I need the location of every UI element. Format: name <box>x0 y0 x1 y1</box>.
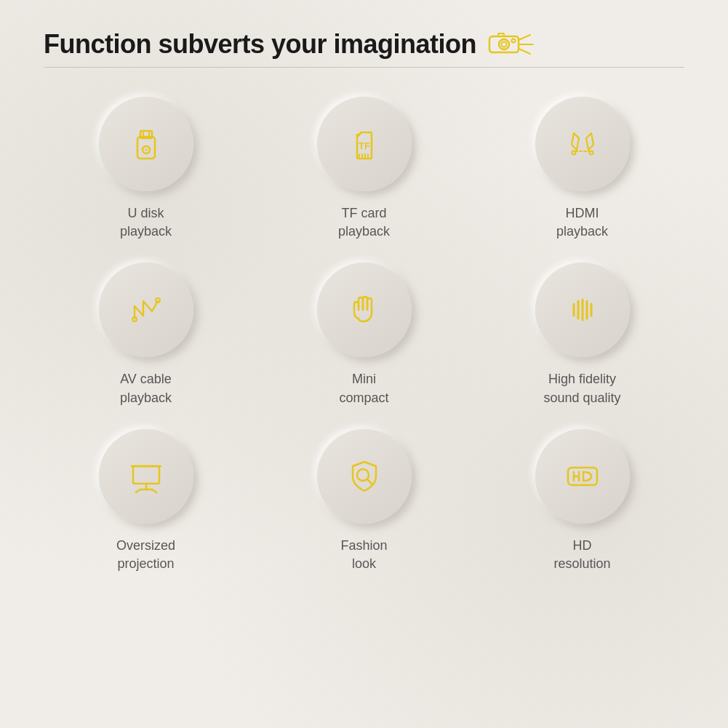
page-title: Function subverts your imagination <box>44 29 476 60</box>
header: Function subverts your imagination <box>44 29 684 60</box>
tf-card-icon: TF <box>343 122 386 166</box>
projector-screen-icon <box>124 455 168 498</box>
svg-point-2 <box>512 39 516 43</box>
fashion-icon-circle <box>317 429 412 524</box>
av-cable-label: AV cable playback <box>120 370 172 407</box>
u-disk-label: U disk playback <box>120 204 172 241</box>
feature-high-fidelity: High fidelity sound quality <box>481 263 684 407</box>
feature-u-disk: U disk playback <box>44 97 248 241</box>
svg-point-1 <box>499 39 509 49</box>
svg-line-33 <box>152 489 156 492</box>
hdmi-icon-circle <box>535 97 630 191</box>
svg-point-13 <box>145 149 147 151</box>
av-cable-icon <box>124 288 168 332</box>
header-divider <box>44 67 684 68</box>
svg-point-6 <box>502 42 507 47</box>
feature-hdmi: HDMI playback <box>481 97 684 241</box>
oversized-icon-circle <box>99 429 193 524</box>
svg-line-3 <box>519 35 530 40</box>
hd-label: HD resolution <box>553 537 610 573</box>
svg-line-36 <box>367 479 372 484</box>
svg-rect-7 <box>498 33 504 36</box>
tf-card-icon-circle: TF <box>317 97 412 191</box>
page-container: Function subverts your imagination <box>0 0 728 728</box>
mini-compact-icon-circle <box>317 263 412 357</box>
features-grid: U disk playback TF <box>44 97 684 573</box>
sound-icon <box>561 288 604 332</box>
svg-rect-29 <box>133 466 159 484</box>
mini-compact-label: Mini compact <box>339 370 388 407</box>
shield-search-icon <box>343 455 386 498</box>
feature-av-cable: AV cable playback <box>44 263 248 407</box>
oversized-label: Oversized projection <box>116 537 175 573</box>
svg-line-5 <box>519 49 530 54</box>
feature-fashion: Fashion look <box>263 429 466 573</box>
hand-icon <box>343 288 386 332</box>
hdmi-icon <box>561 122 604 166</box>
hdmi-label: HDMI playback <box>556 204 608 241</box>
usb-icon <box>124 122 168 166</box>
svg-rect-8 <box>137 137 155 159</box>
svg-line-32 <box>136 489 140 492</box>
svg-text:TF: TF <box>359 140 370 151</box>
feature-oversized: Oversized projection <box>44 429 248 573</box>
header-projector-icon <box>488 31 539 58</box>
fashion-label: Fashion look <box>340 537 387 573</box>
feature-tf-card: TF TF card playback <box>263 97 466 241</box>
av-cable-icon-circle <box>99 263 193 357</box>
hd-icon-circle <box>535 429 630 524</box>
sound-icon-circle <box>535 263 630 357</box>
tf-card-label: TF card playback <box>338 204 390 241</box>
high-fidelity-label: High fidelity sound quality <box>543 370 620 407</box>
feature-hd: HD resolution <box>481 429 684 573</box>
hd-icon <box>561 455 604 498</box>
u-disk-icon-circle <box>99 97 193 191</box>
feature-mini-compact: Mini compact <box>263 263 466 407</box>
